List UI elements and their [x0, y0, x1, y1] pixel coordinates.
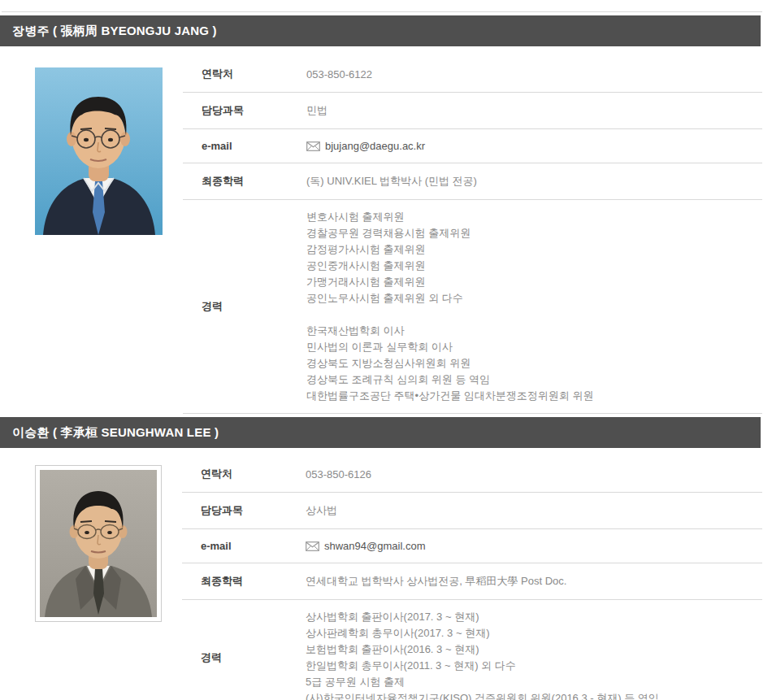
profile-section: 연락처 053-850-6126 담당과목 상사법 e-mail shwan94… [0, 448, 772, 700]
education-value: 연세대학교 법학박사 상사법전공, 早稻田大學 Post Doc. [306, 574, 566, 589]
row-education: 최종학력 (독) UNIV.KIEL 법학박사 (민법 전공) [183, 163, 762, 200]
row-career: 경력 상사법학회 출판이사(2017. 3 ~ 현재) 상사판례학회 총무이사(… [182, 600, 762, 700]
contact-value: 053-850-6126 [306, 468, 371, 480]
portrait-photo-illustration [35, 67, 163, 235]
profile-name-header: 이승환 ( 李承桓 SEUNGHWAN LEE ) [0, 417, 761, 448]
profile-name-header: 장병주 ( 張柄周 BYEONGJU JANG ) [0, 15, 761, 46]
professor-photo [35, 67, 163, 235]
email-label: e-mail [202, 140, 306, 152]
envelope-icon [306, 141, 320, 151]
contact-label: 연락처 [201, 467, 306, 481]
email-text: shwan94@gmail.com [324, 540, 425, 552]
email-label: e-mail [201, 540, 306, 552]
row-contact: 연락처 053-850-6126 [182, 456, 762, 493]
row-contact: 연락처 053-850-6122 [183, 56, 762, 93]
faculty-profile-page: 장병주 ( 張柄周 BYEONGJU JANG ) [0, 0, 772, 700]
courses-label: 담당과목 [202, 103, 306, 118]
career-list: 변호사시험 출제위원 경찰공무원 경력채용시험 출제위원 감정평가사시험 출제위… [306, 209, 593, 404]
section-divider [2, 11, 762, 12]
profile-info-table: 연락처 053-850-6126 담당과목 상사법 e-mail shwan94… [182, 456, 762, 700]
row-email: e-mail shwan94@gmail.com [182, 529, 762, 563]
email-link[interactable]: shwan94@gmail.com [306, 540, 425, 552]
profile-info-table: 연락처 053-850-6122 담당과목 민법 e-mail bjujang@… [183, 56, 762, 414]
professor-photo [35, 465, 162, 622]
email-link[interactable]: bjujang@daegu.ac.kr [306, 140, 425, 152]
envelope-icon [306, 541, 319, 551]
education-label: 최종학력 [201, 574, 306, 589]
courses-value: 상사법 [306, 503, 337, 518]
portrait-photo-illustration [40, 470, 157, 617]
row-courses: 담당과목 민법 [183, 93, 762, 129]
contact-label: 연락처 [202, 67, 306, 81]
photo-frame [35, 465, 162, 622]
career-label: 경력 [202, 299, 306, 314]
courses-label: 담당과목 [201, 503, 306, 518]
row-career: 경력 변호사시험 출제위원 경찰공무원 경력채용시험 출제위원 감정평가사시험 … [183, 200, 762, 414]
education-value: (독) UNIV.KIEL 법학박사 (민법 전공) [306, 174, 477, 189]
career-list: 상사법학회 출판이사(2017. 3 ~ 현재) 상사판례학회 총무이사(201… [306, 609, 659, 700]
row-education: 최종학력 연세대학교 법학박사 상사법전공, 早稻田大學 Post Doc. [182, 563, 762, 600]
courses-value: 민법 [306, 103, 327, 118]
row-email: e-mail bjujang@daegu.ac.kr [183, 129, 762, 163]
contact-value: 053-850-6122 [306, 68, 372, 80]
email-text: bjujang@daegu.ac.kr [325, 140, 425, 152]
career-label: 경력 [201, 650, 306, 665]
education-label: 최종학력 [202, 174, 306, 189]
row-courses: 담당과목 상사법 [182, 493, 762, 529]
profile-section: 연락처 053-850-6122 담당과목 민법 e-mail bjujang@… [0, 46, 772, 414]
